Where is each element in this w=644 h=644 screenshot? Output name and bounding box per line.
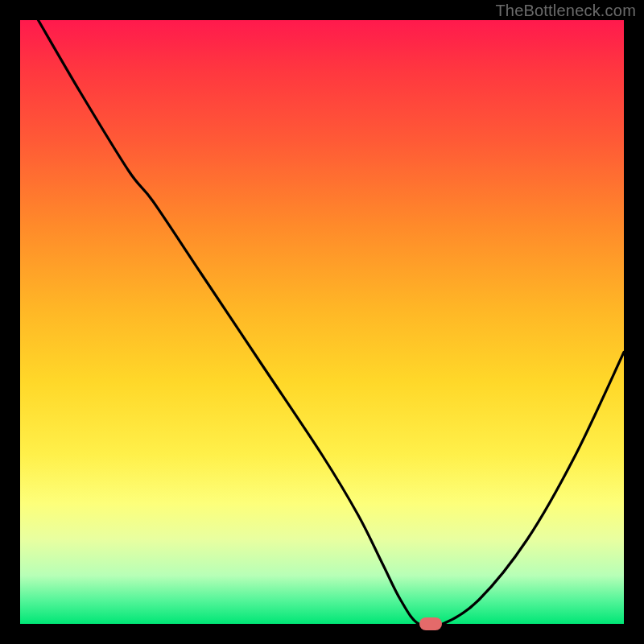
bottleneck-curve xyxy=(20,20,624,624)
watermark-text: TheBottleneck.com xyxy=(495,2,636,20)
optimal-marker xyxy=(419,617,442,630)
plot-area xyxy=(20,20,624,624)
chart-frame: TheBottleneck.com xyxy=(0,0,644,644)
